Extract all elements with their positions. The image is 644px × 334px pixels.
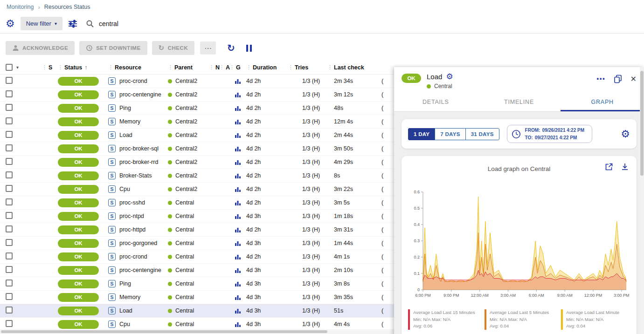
tab-details[interactable]: DETAILS <box>394 93 478 111</box>
resource-name[interactable]: Memory <box>119 294 140 300</box>
filter-criterias-icon[interactable] <box>68 20 77 28</box>
pause-autorefresh-icon[interactable] <box>246 45 252 52</box>
column-header-resource[interactable]: ⋮Resource <box>108 64 168 71</box>
parent-name[interactable]: Central <box>175 199 194 206</box>
row-checkbox[interactable] <box>6 266 13 273</box>
parent-name[interactable]: Central <box>175 226 194 233</box>
copy-link-icon[interactable] <box>614 75 622 83</box>
parent-name[interactable]: Central2 <box>175 91 197 98</box>
row-checkbox[interactable] <box>6 131 13 138</box>
graph-icon[interactable] <box>235 91 241 98</box>
parent-name[interactable]: Central <box>175 267 194 273</box>
table-row[interactable]: OK S proc-broker-sql Central2 4d 2h 1/3 … <box>0 142 394 156</box>
parent-name[interactable]: Central2 <box>175 78 197 84</box>
row-checkbox[interactable] <box>6 279 13 286</box>
column-header-s[interactable]: ⋮S <box>42 64 58 71</box>
resource-name[interactable]: Load <box>119 307 132 314</box>
parent-name[interactable]: Central <box>175 321 194 327</box>
resource-name[interactable]: proc-ntpd <box>119 213 144 219</box>
parent-name[interactable]: Central <box>175 294 194 300</box>
filter-settings-gear-icon[interactable]: ⚙ <box>6 19 15 29</box>
table-row[interactable]: OK S Load Central2 4d 2h 1/3 (H) 2m 44s … <box>0 129 394 142</box>
graph-icon[interactable] <box>235 78 241 84</box>
row-checkbox[interactable] <box>6 252 13 259</box>
set-downtime-button[interactable]: SET DOWNTIME <box>79 41 147 55</box>
resource-name[interactable]: proc-centengine <box>119 91 161 98</box>
parent-name[interactable]: Central2 <box>175 172 197 179</box>
column-header-n[interactable]: ⋮N <box>209 64 219 71</box>
column-header-duration[interactable]: ⋮Duration <box>246 64 288 71</box>
column-menu-icon[interactable]: ⋮ <box>168 64 173 70</box>
row-checkbox[interactable] <box>6 158 13 165</box>
table-row[interactable]: OK S proc-centengine Central2 4d 2h 1/3 … <box>0 88 394 102</box>
resource-name[interactable]: Ping <box>119 280 131 287</box>
row-checkbox[interactable] <box>6 144 13 151</box>
legend-item[interactable]: Average Load Last 15 MinutesMin: N/A Max… <box>408 309 478 330</box>
resource-name[interactable]: Ping <box>119 105 131 111</box>
tab-graph[interactable]: GRAPH <box>561 93 644 111</box>
graph-icon[interactable] <box>235 172 241 179</box>
breadcrumb-resources-status[interactable]: Resources Status <box>44 4 90 10</box>
graph-icon[interactable] <box>235 307 241 314</box>
row-checkbox[interactable] <box>6 117 13 124</box>
table-row[interactable]: OK S Memory Central 4d 3h 1/3 (H) 3m 35s… <box>0 291 394 304</box>
row-checkbox[interactable] <box>6 77 13 84</box>
column-menu-icon[interactable]: ⋮ <box>327 64 332 70</box>
resource-name[interactable]: proc-gorgoned <box>119 240 157 246</box>
table-row[interactable]: OK S Ping Central 4d 3h 1/3 (H) 3m 8s ( <box>0 277 394 291</box>
download-icon[interactable] <box>621 163 629 171</box>
table-row[interactable]: OK S Ping Central2 4d 2h 1/3 (H) 48s ( <box>0 102 394 115</box>
custom-time-range[interactable]: FROM:09/26/2021 4:22 PM TO:09/27/2021 4:… <box>507 125 592 143</box>
open-in-new-icon[interactable] <box>605 163 613 171</box>
graph-icon[interactable] <box>235 280 241 287</box>
breadcrumb-monitoring[interactable]: Monitoring <box>7 4 34 10</box>
graph-icon[interactable] <box>235 132 241 138</box>
graph-icon[interactable] <box>235 105 241 111</box>
column-header-tries[interactable]: ⋮Tries <box>288 64 327 71</box>
table-row[interactable]: OK S proc-broker-rrd Central2 4d 2h 1/3 … <box>0 156 394 169</box>
row-checkbox[interactable] <box>6 307 13 314</box>
table-row[interactable]: OK S proc-gorgoned Central 4d 3h 1/3 (H)… <box>0 237 394 250</box>
column-menu-icon[interactable]: ⋮ <box>108 64 113 70</box>
resource-name[interactable]: proc-broker-sql <box>119 145 159 152</box>
table-row[interactable]: OK S Load Central 4d 3h 1/3 (H) 51s ( <box>0 304 394 318</box>
row-checkbox[interactable] <box>6 171 13 178</box>
search-input[interactable] <box>99 20 239 27</box>
range-button-7-days[interactable]: 7 DAYS <box>435 128 465 140</box>
check-button[interactable]: ↻ CHECK <box>152 41 194 55</box>
parent-name[interactable]: Central <box>175 280 194 287</box>
column-menu-icon[interactable]: ⋮ <box>58 64 63 70</box>
more-actions-button[interactable]: ⋯ <box>200 41 216 55</box>
column-menu-icon[interactable]: ⋮ <box>219 64 224 70</box>
graph-icon[interactable] <box>235 186 241 192</box>
graph-icon[interactable] <box>235 267 241 273</box>
select-all-checkbox[interactable] <box>6 64 13 71</box>
table-row[interactable]: OK S proc-httpd Central 4d 2h 1/3 (H) 3m… <box>0 223 394 237</box>
horizontal-scrollbar[interactable] <box>0 329 394 334</box>
parent-name[interactable]: Central2 <box>175 186 197 192</box>
column-menu-icon[interactable]: ⋮ <box>209 64 214 70</box>
table-row[interactable]: OK S Broker-Stats Central2 4d 2h 1/3 (H)… <box>0 169 394 183</box>
column-menu-icon[interactable]: ⋮ <box>229 64 235 70</box>
resource-name[interactable]: Broker-Stats <box>119 172 152 179</box>
column-header-g[interactable]: ⋮G <box>229 64 246 71</box>
table-row[interactable]: OK S proc-sshd Central 4d 2h 1/3 (H) 3m … <box>0 196 394 210</box>
resource-name[interactable]: proc-sshd <box>119 199 145 206</box>
graph-icon[interactable] <box>235 253 241 260</box>
row-checkbox[interactable] <box>6 198 13 205</box>
table-row[interactable]: OK S Cpu Central2 4d 2h 1/3 (H) 3m 22s ( <box>0 183 394 196</box>
range-button-31-days[interactable]: 31 DAYS <box>465 128 499 140</box>
row-checkbox[interactable] <box>6 320 13 327</box>
parent-name[interactable]: Central2 <box>175 145 197 152</box>
resource-name[interactable]: proc-httpd <box>119 226 145 233</box>
table-row[interactable]: OK S Memory Central2 4d 2h 1/3 (H) 12m 4… <box>0 115 394 129</box>
resource-name[interactable]: proc-broker-rrd <box>119 159 158 165</box>
column-header-parent[interactable]: ⋮Parent <box>168 64 209 71</box>
row-checkbox[interactable] <box>6 239 13 246</box>
refresh-icon[interactable]: ↻ <box>227 42 235 54</box>
horizontal-scrollbar-thumb[interactable] <box>1 330 327 333</box>
parent-name[interactable]: Central2 <box>175 159 197 165</box>
resource-name[interactable]: proc-crond <box>119 78 147 84</box>
panel-scrollbar-thumb[interactable] <box>640 71 644 176</box>
parent-name[interactable]: Central <box>175 213 194 219</box>
